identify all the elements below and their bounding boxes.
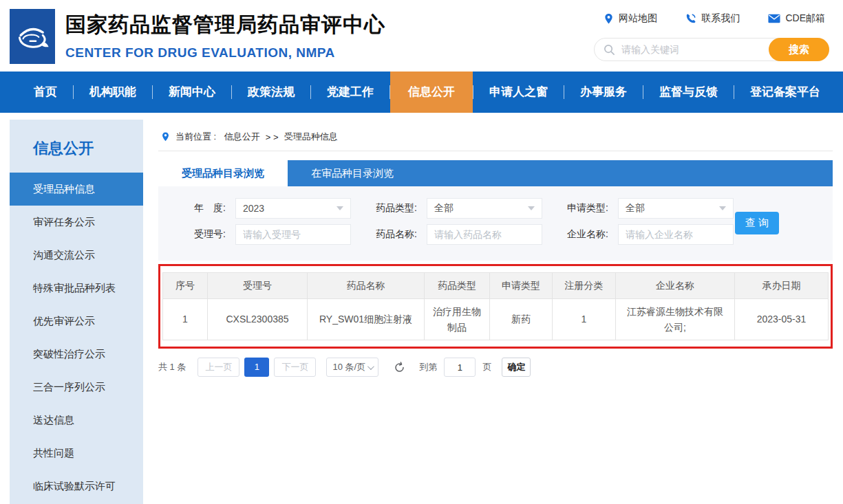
sidebar-item-1[interactable]: 审评任务公示 [10, 206, 143, 239]
breadcrumb-prefix: 当前位置 : [175, 131, 219, 143]
table-header-cell-1: 受理号 [208, 273, 308, 299]
nav-item-9[interactable]: 登记备案平台 [734, 72, 836, 113]
result-table-highlight: 序号受理号药品名称药品类型申请类型注册分类企业名称承办日期 1CXSL23003… [158, 264, 833, 349]
table-cell-0-1: CXSL2300385 [208, 299, 308, 340]
refresh-icon[interactable] [394, 362, 405, 373]
sidebar-item-0[interactable]: 受理品种信息 [10, 173, 143, 206]
pagination: 共 1 条 上一页 1 下一页 10 条/页 到第 页 确定 [158, 358, 833, 377]
table-header-cell-4: 申请类型 [490, 273, 553, 299]
table-cell-0-6: 江苏睿源生物技术有限公司; [616, 299, 735, 340]
nav-item-8[interactable]: 监督与反馈 [643, 72, 734, 113]
sidebar-item-5[interactable]: 突破性治疗公示 [10, 338, 143, 371]
tab-under-review-catalog[interactable]: 在审品种目录浏览 [288, 160, 417, 186]
table-cell-0-7: 2023-05-31 [735, 299, 829, 340]
nav-item-7[interactable]: 办事服务 [564, 72, 643, 113]
table-header-cell-7: 承办日期 [735, 273, 829, 299]
nav-item-5[interactable]: 信息公开 [390, 72, 473, 113]
table-header-cell-5: 注册分类 [553, 273, 616, 299]
total-count: 共 1 条 [158, 361, 186, 373]
apply-type-select[interactable]: 全部 [618, 198, 734, 219]
prev-page-button[interactable]: 上一页 [198, 358, 239, 377]
company-filter: 企业名称: [553, 224, 734, 245]
content-area: 信息公开 受理品种信息审评任务公示沟通交流公示特殊审批品种列表优先审评公示突破性… [0, 113, 843, 504]
table-cell-0-5: 1 [553, 299, 616, 340]
apply-type-value: 全部 [626, 202, 645, 215]
drug-type-select[interactable]: 全部 [427, 198, 542, 219]
sidebar-title: 信息公开 [10, 120, 143, 173]
nav-item-4[interactable]: 党建工作 [311, 72, 390, 113]
drug-name-filter: 药品名称: [362, 224, 542, 245]
site-title: 国家药品监督管理局药品审评中心 [65, 11, 385, 39]
goto-page-input[interactable] [444, 358, 476, 377]
search-button[interactable]: 搜索 [769, 38, 829, 61]
table-row-0: 1CXSL2300385RY_SW01细胞注射液治疗用生物制品新药1江苏睿源生物… [163, 299, 829, 340]
company-label: 企业名称: [553, 228, 608, 241]
page-size-value: 10 条/页 [332, 361, 365, 373]
accept-no-label: 受理号: [171, 228, 226, 241]
apply-type-filter: 申请类型: 全部 [553, 198, 734, 219]
cde-logo [10, 9, 55, 64]
confirm-button[interactable]: 确定 [502, 358, 531, 377]
drug-type-label: 药品类型: [362, 202, 417, 215]
year-select[interactable]: 2023 [235, 198, 351, 219]
page-1-button[interactable]: 1 [244, 358, 269, 377]
year-label: 年 度: [171, 202, 226, 215]
map-pin-icon [604, 13, 614, 25]
fish-swirl-icon [14, 18, 51, 55]
sidebar-item-9[interactable]: 临床试验默示许可 [10, 470, 143, 503]
table-header-cell-2: 药品名称 [308, 273, 425, 299]
goto-suffix: 页 [482, 361, 491, 373]
sidebar-item-7[interactable]: 送达信息 [10, 404, 143, 437]
query-button[interactable]: 查 询 [735, 212, 779, 234]
phone-icon [685, 13, 696, 24]
result-table: 序号受理号药品名称药品类型申请类型注册分类企业名称承办日期 1CXSL23003… [162, 272, 829, 340]
nav-item-3[interactable]: 政策法规 [232, 72, 310, 113]
sidebar-item-8[interactable]: 共性问题 [10, 437, 143, 470]
nav-item-2[interactable]: 新闻中心 [153, 72, 231, 113]
table-header-cell-3: 药品类型 [425, 273, 490, 299]
chevron-down-icon [528, 206, 535, 210]
sidebar-item-4[interactable]: 优先审评公示 [10, 305, 143, 338]
contact-link[interactable]: 联系我们 [685, 12, 740, 25]
sidebar-menu: 受理品种信息审评任务公示沟通交流公示特殊审批品种列表优先审评公示突破性治疗公示三… [10, 173, 143, 503]
table-header-cell-0: 序号 [163, 273, 208, 299]
tab-accepted-catalog[interactable]: 受理品种目录浏览 [158, 160, 288, 186]
sidebar-item-6[interactable]: 三合一序列公示 [10, 371, 143, 404]
sidebar-item-2[interactable]: 沟通交流公示 [10, 239, 143, 272]
mailbox-link[interactable]: CDE邮箱 [768, 12, 825, 25]
chevron-down-icon [337, 206, 343, 210]
table-cell-0-2: RY_SW01细胞注射液 [308, 299, 425, 340]
company-input[interactable] [618, 224, 734, 245]
breadcrumb-section[interactable]: 信息公开 [224, 131, 260, 143]
site-subtitle: CENTER FOR DRUG EVALUATION, NMPA [65, 45, 385, 61]
search-icon [604, 44, 615, 56]
breadcrumb-separator: > > [266, 132, 279, 142]
site-titles: 国家药品监督管理局药品审评中心 CENTER FOR DRUG EVALUATI… [65, 11, 385, 61]
search-bar: 搜索 [594, 38, 829, 61]
sitemap-link[interactable]: 网站地图 [604, 12, 657, 25]
nav-item-0[interactable]: 首页 [18, 72, 73, 113]
sidebar: 信息公开 受理品种信息审评任务公示沟通交流公示特殊审批品种列表优先审评公示突破性… [10, 120, 143, 504]
drug-type-filter: 药品类型: 全部 [362, 198, 542, 219]
sitemap-label: 网站地图 [619, 12, 657, 25]
apply-type-label: 申请类型: [553, 202, 608, 215]
nav-item-1[interactable]: 机构职能 [74, 72, 152, 113]
filter-row-2: 受理号: 药品名称: 企业名称: [171, 224, 833, 245]
site-header: 国家药品监督管理局药品审评中心 CENTER FOR DRUG EVALUATI… [0, 0, 843, 72]
year-filter: 年 度: 2023 [171, 198, 351, 219]
year-value: 2023 [243, 203, 264, 214]
drug-name-input[interactable] [427, 224, 542, 245]
nav-item-6[interactable]: 申请人之窗 [473, 72, 564, 113]
table-cell-0-0: 1 [163, 299, 208, 340]
accept-no-input[interactable] [235, 224, 351, 245]
table-cell-0-3: 治疗用生物制品 [425, 299, 490, 340]
tab-bar: 受理品种目录浏览 在审品种目录浏览 [158, 160, 833, 186]
filter-panel: 年 度: 2023 药品类型: 全部 申请类型: 全部 [158, 186, 833, 261]
page-size-select[interactable]: 10 条/页 [326, 358, 378, 377]
table-header-row: 序号受理号药品名称药品类型申请类型注册分类企业名称承办日期 [163, 273, 829, 299]
next-page-button[interactable]: 下一页 [274, 358, 316, 377]
contact-label: 联系我们 [701, 12, 740, 25]
sidebar-item-3[interactable]: 特殊审批品种列表 [10, 272, 143, 305]
goto-prefix: 到第 [419, 361, 437, 373]
main-nav: 首页机构职能新闻中心政策法规党建工作信息公开申请人之窗办事服务监督与反馈登记备案… [0, 72, 843, 113]
